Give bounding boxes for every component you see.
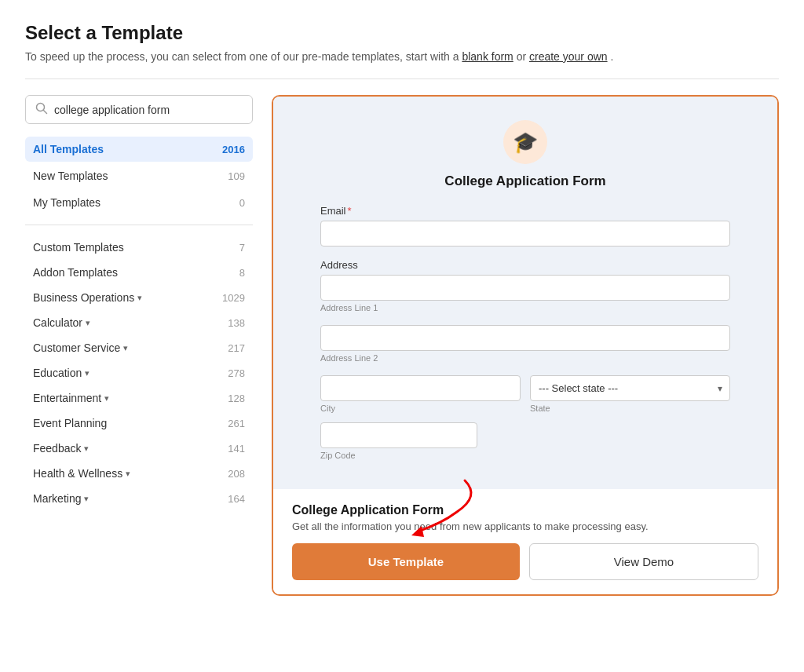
email-input[interactable] — [320, 221, 730, 247]
zip-hint: Zip Code — [320, 451, 477, 460]
address-field-group: Address Address Line 1 — [320, 259, 730, 312]
address-label: Address — [320, 259, 730, 271]
category-addon-label: Addon Templates — [33, 266, 118, 279]
page-title: Select a Template — [25, 22, 779, 44]
category-calculator-label: Calculator ▾ — [33, 316, 90, 329]
category-custom-templates[interactable]: Custom Templates 7 — [25, 235, 253, 260]
address-line1-hint: Address Line 1 — [320, 303, 730, 312]
filter-list: All Templates 2016 New Templates 109 My … — [25, 137, 253, 215]
template-description: Get all the information you need from ne… — [292, 520, 758, 532]
category-customer-service[interactable]: Customer Service ▾ 217 — [25, 335, 253, 360]
category-marketing[interactable]: Marketing ▾ 164 — [25, 486, 253, 511]
address-line1-input[interactable] — [320, 275, 730, 301]
category-health-label: Health & Wellness ▾ — [33, 467, 130, 480]
view-demo-button[interactable]: View Demo — [529, 543, 758, 580]
category-education[interactable]: Education ▾ 278 — [25, 360, 253, 385]
sidebar-divider — [25, 225, 253, 225]
page-subtitle: To speed up the process, you can select … — [25, 50, 779, 63]
form-preview: 🎓 College Application Form Email * Addre… — [273, 97, 777, 489]
category-marketing-count: 164 — [228, 493, 245, 505]
category-custom-count: 7 — [239, 242, 245, 254]
category-calculator[interactable]: Calculator ▾ 138 — [25, 310, 253, 335]
category-health-wellness[interactable]: Health & Wellness ▾ 208 — [25, 461, 253, 486]
header-divider — [25, 79, 779, 79]
category-entertainment-count: 128 — [228, 393, 245, 404]
required-star: * — [348, 205, 352, 217]
category-entertainment-label: Entertainment ▾ — [33, 392, 109, 404]
category-entertainment[interactable]: Entertainment ▾ 128 — [25, 385, 253, 411]
filter-new-templates[interactable]: New Templates 109 — [25, 163, 253, 188]
state-select[interactable]: --- Select state --- — [530, 375, 730, 401]
category-health-count: 208 — [228, 468, 245, 480]
form-preview-title: College Application Form — [320, 173, 730, 189]
category-event-planning[interactable]: Event Planning 261 — [25, 411, 253, 436]
category-calculator-count: 138 — [228, 317, 245, 329]
blank-form-link[interactable]: blank form — [462, 50, 513, 63]
address-line2-field-group: Address Line 2 — [320, 325, 730, 363]
filter-all-label: All Templates — [33, 143, 104, 155]
category-education-count: 278 — [228, 367, 245, 379]
category-customer-count: 217 — [228, 342, 245, 354]
filter-all-templates[interactable]: All Templates 2016 — [25, 137, 253, 162]
category-education-label: Education ▾ — [33, 367, 90, 379]
email-label: Email * — [320, 205, 730, 217]
use-template-button[interactable]: Use Template — [292, 543, 520, 580]
category-marketing-label: Marketing ▾ — [33, 492, 89, 505]
graduation-cap-icon: 🎓 — [513, 130, 538, 155]
category-business-label: Business Operations ▾ — [33, 291, 142, 304]
form-icon-wrap: 🎓 — [320, 120, 730, 164]
zip-field-group: Zip Code — [320, 422, 730, 460]
category-business-operations[interactable]: Business Operations ▾ 1029 — [25, 285, 253, 310]
search-box — [25, 95, 253, 124]
action-buttons-row: Use Template View Demo — [292, 543, 758, 580]
category-feedback-label: Feedback ▾ — [33, 442, 89, 455]
state-select-wrap: --- Select state --- — [530, 375, 730, 401]
category-event-count: 261 — [228, 418, 245, 429]
category-customer-label: Customer Service ▾ — [33, 341, 128, 354]
category-addon-count: 8 — [239, 267, 245, 279]
template-bottom-panel: College Application Form Get all the inf… — [273, 489, 777, 594]
filter-my-count: 0 — [239, 197, 245, 209]
city-state-row: City --- Select state --- State — [320, 375, 730, 413]
sidebar: All Templates 2016 New Templates 109 My … — [25, 95, 253, 511]
svg-line-1 — [44, 111, 47, 114]
template-preview-area: 🎓 College Application Form Email * Addre… — [272, 95, 779, 596]
city-input[interactable] — [320, 375, 521, 401]
template-name: College Application Form — [292, 503, 758, 517]
category-list: Custom Templates 7 Addon Templates 8 Bus… — [25, 235, 253, 511]
filter-my-label: My Templates — [33, 196, 100, 209]
search-icon — [35, 102, 48, 117]
city-hint: City — [320, 404, 521, 413]
category-addon-templates[interactable]: Addon Templates 8 — [25, 260, 253, 285]
search-input[interactable] — [54, 104, 243, 116]
form-icon-circle: 🎓 — [503, 120, 547, 164]
category-feedback[interactable]: Feedback ▾ 141 — [25, 436, 253, 461]
category-event-label: Event Planning — [33, 417, 107, 429]
category-business-count: 1029 — [222, 292, 245, 304]
state-hint: State — [530, 404, 730, 413]
address-line2-hint: Address Line 2 — [320, 353, 730, 363]
filter-new-label: New Templates — [33, 170, 108, 182]
category-custom-label: Custom Templates — [33, 241, 124, 254]
email-field-group: Email * — [320, 205, 730, 247]
create-own-link[interactable]: create your own — [529, 50, 608, 63]
state-field-group: --- Select state --- State — [530, 375, 730, 413]
zip-input[interactable] — [320, 422, 477, 448]
address-line2-input[interactable] — [320, 325, 730, 351]
filter-new-count: 109 — [228, 170, 245, 182]
zip-field-inner: Zip Code — [320, 422, 477, 460]
filter-all-count: 2016 — [222, 144, 245, 155]
category-feedback-count: 141 — [228, 443, 245, 455]
city-field-group: City — [320, 375, 521, 413]
filter-my-templates[interactable]: My Templates 0 — [25, 190, 253, 215]
